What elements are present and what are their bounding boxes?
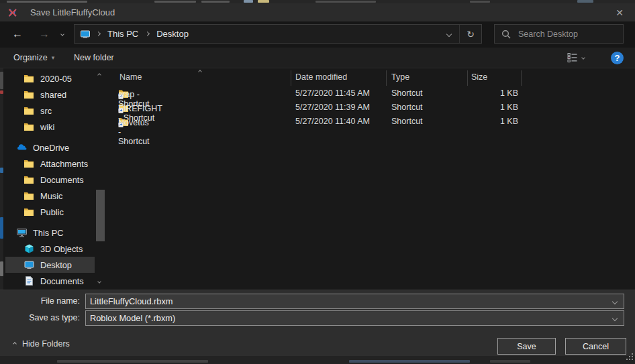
folder-icon bbox=[23, 105, 35, 116]
chevron-down-icon bbox=[612, 298, 618, 304]
window-title: Save LittleFluffyCloud bbox=[30, 7, 115, 17]
sidebar-item-label: Documents bbox=[40, 175, 84, 185]
organize-button[interactable]: Organize ▾ bbox=[13, 48, 54, 68]
file-date-modified: 5/27/2020 11:45 AM bbox=[295, 88, 370, 98]
save-as-type-combo[interactable]: Roblox Model (*.rbxm) bbox=[85, 310, 624, 326]
sidebar-item-documents[interactable]: Documents bbox=[5, 172, 95, 188]
sidebar-item-2020-05[interactable]: 2020-05 bbox=[5, 70, 95, 86]
sidebar-item-wiki[interactable]: wiki bbox=[5, 119, 95, 135]
save-as-type-value: Roblox Model (*.rbxm) bbox=[86, 313, 606, 323]
file-list-body: crap - Shortcut5/27/2020 11:45 AMShortcu… bbox=[107, 87, 635, 129]
forward-button[interactable]: → bbox=[32, 24, 56, 44]
close-button[interactable]: ✕ bbox=[604, 3, 635, 21]
file-name-input[interactable] bbox=[86, 296, 606, 307]
sidebar-item-documents[interactable]: Documents bbox=[5, 273, 95, 289]
sidebar-item-label: 2020-05 bbox=[40, 74, 72, 84]
view-mode-button[interactable] bbox=[567, 48, 585, 68]
folder-icon bbox=[23, 73, 35, 84]
help-button[interactable]: ? bbox=[611, 48, 624, 68]
breadcrumb-separator-icon bbox=[96, 32, 101, 36]
sidebar-item-this-pc[interactable]: This PC bbox=[5, 225, 95, 241]
save-as-type-dropdown-button[interactable] bbox=[606, 316, 624, 320]
search-input[interactable] bbox=[517, 29, 611, 40]
sidebar-item-label: Desktop bbox=[40, 260, 72, 270]
hide-folders-button[interactable]: Hide Folders bbox=[13, 339, 70, 349]
sidebar-item-src[interactable]: src bbox=[5, 103, 95, 119]
file-row[interactable]: Novetus - Shortcut5/27/2020 11:40 AMShor… bbox=[107, 115, 635, 129]
column-header-size[interactable]: Size bbox=[471, 72, 487, 82]
column-header-date-modified[interactable]: Date modified bbox=[295, 72, 347, 82]
recent-locations-button[interactable] bbox=[56, 24, 68, 44]
help-icon: ? bbox=[611, 52, 624, 64]
sidebar-tree: 2020-05sharedsrcwikiOneDriveAttachmentsD… bbox=[5, 68, 106, 289]
column-divider[interactable] bbox=[467, 70, 468, 86]
sidebar-item-public[interactable]: Public bbox=[5, 204, 95, 220]
folder-icon bbox=[23, 174, 35, 185]
new-folder-label: New folder bbox=[74, 53, 114, 62]
scroll-down-icon[interactable] bbox=[97, 280, 101, 284]
breadcrumb-desktop[interactable]: Desktop bbox=[155, 29, 190, 39]
column-divider[interactable] bbox=[291, 70, 291, 86]
save-as-type-label: Save as type: bbox=[0, 313, 80, 322]
new-folder-button[interactable]: New folder bbox=[74, 48, 114, 68]
main-area: 2020-05sharedsrcwikiOneDriveAttachmentsD… bbox=[0, 68, 635, 290]
sidebar-item-label: Documents bbox=[40, 276, 84, 286]
file-type: Shortcut bbox=[391, 117, 423, 126]
breadcrumb-this-pc[interactable]: This PC bbox=[106, 29, 140, 39]
column-header-type[interactable]: Type bbox=[391, 72, 409, 82]
scrollbar-thumb[interactable] bbox=[96, 190, 105, 241]
document-icon bbox=[23, 276, 35, 286]
save-button[interactable]: Save bbox=[497, 338, 556, 355]
chevron-down-icon bbox=[612, 315, 618, 320]
sidebar-item-shared[interactable]: shared bbox=[5, 86, 95, 103]
thispc-icon bbox=[16, 227, 28, 238]
column-divider[interactable] bbox=[386, 70, 387, 86]
chevron-down-icon bbox=[446, 31, 452, 36]
refresh-button[interactable]: ↻ bbox=[459, 25, 481, 43]
sidebar-group: OneDriveAttachmentsDocumentsMusicPublic bbox=[5, 139, 106, 220]
title-bar: Save LittleFluffyCloud bbox=[0, 3, 635, 21]
folder-icon bbox=[23, 158, 35, 169]
folder-icon bbox=[23, 121, 35, 132]
file-size: 1 KB bbox=[467, 117, 518, 126]
column-header-name[interactable]: Name bbox=[119, 72, 142, 82]
breadcrumb-separator-icon bbox=[145, 32, 150, 36]
back-button[interactable]: ← bbox=[5, 24, 30, 44]
sidebar-item-label: wiki bbox=[40, 122, 54, 132]
file-name-label: File name: bbox=[0, 296, 80, 306]
file-size: 1 KB bbox=[467, 88, 518, 98]
sidebar-item-3d-objects[interactable]: 3D Objects bbox=[5, 241, 95, 257]
file-list: Name Date modified Type Size crap - Shor… bbox=[107, 68, 635, 290]
folder-icon bbox=[23, 190, 35, 201]
file-row[interactable]: FIREFIGHT - Shortcut5/27/2020 11:39 AMSh… bbox=[107, 101, 635, 115]
file-row[interactable]: crap - Shortcut5/27/2020 11:45 AMShortcu… bbox=[107, 87, 635, 101]
search-icon bbox=[501, 29, 511, 39]
command-bar: Organize ▾ New folder ? bbox=[0, 48, 635, 68]
sort-ascending-icon bbox=[198, 70, 202, 74]
sidebar-item-label: This PC bbox=[33, 228, 64, 238]
scroll-up-icon[interactable] bbox=[97, 73, 101, 77]
chevron-up-icon bbox=[13, 342, 17, 346]
novetus-app-icon bbox=[7, 7, 19, 19]
organize-label: Organize bbox=[13, 53, 48, 62]
file-name: Novetus - Shortcut bbox=[118, 118, 150, 146]
cube-icon bbox=[23, 243, 35, 254]
column-divider[interactable] bbox=[521, 70, 522, 86]
hide-folders-label: Hide Folders bbox=[22, 339, 70, 349]
sidebar-item-music[interactable]: Music bbox=[5, 188, 95, 204]
chevron-down-icon bbox=[60, 32, 64, 36]
address-bar[interactable]: This PC Desktop ↻ bbox=[74, 24, 482, 44]
sidebar-item-label: 3D Objects bbox=[40, 244, 83, 254]
file-name-combo[interactable] bbox=[85, 294, 624, 309]
sidebar-item-attachments[interactable]: Attachments bbox=[5, 156, 95, 172]
save-dialog: Save LittleFluffyCloud ✕ ← → ↑ This PC D… bbox=[0, 0, 635, 364]
sidebar-item-label: Attachments bbox=[40, 159, 88, 169]
address-dropdown-button[interactable] bbox=[439, 25, 459, 43]
cancel-button[interactable]: Cancel bbox=[565, 338, 626, 355]
resize-grip-icon[interactable] bbox=[626, 353, 634, 363]
sidebar-item-onedrive[interactable]: OneDrive bbox=[5, 139, 95, 156]
search-box[interactable] bbox=[494, 24, 624, 44]
sidebar-scrollbar[interactable] bbox=[95, 68, 105, 290]
sidebar-item-desktop[interactable]: Desktop bbox=[5, 257, 95, 273]
file-name-dropdown-button[interactable] bbox=[606, 300, 624, 304]
